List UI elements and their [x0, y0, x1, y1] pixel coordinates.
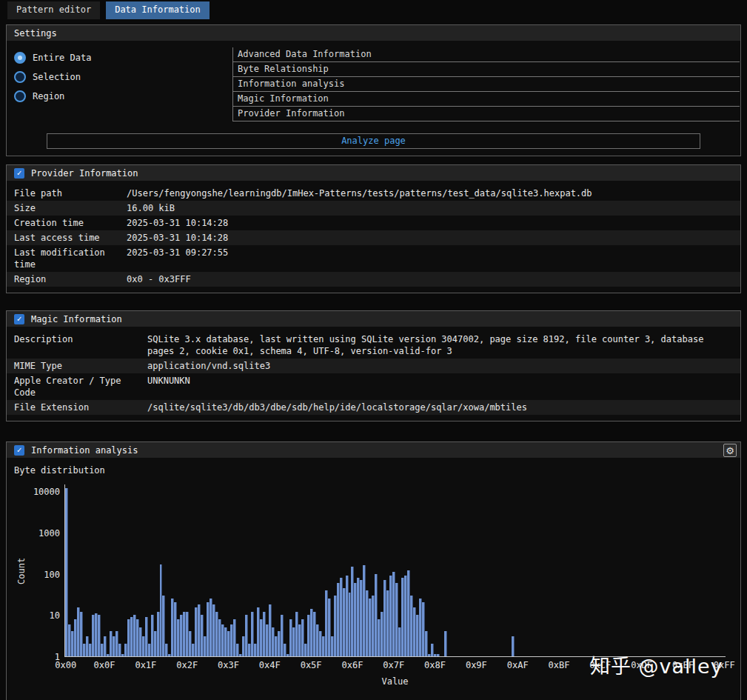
row-label: MIME Type [7, 360, 147, 372]
table-row: MIME Type application/vnd.sqlite3 [7, 359, 740, 373]
chart-plot-column: 0x000x0F0x1F0x2F0x3F0x4F0x5F0x6F0x7F0x8F… [64, 484, 726, 687]
table-row: Region 0x0 - 0x3FFF [7, 272, 740, 287]
information-analysis-title: Information analysis [31, 445, 138, 456]
byte-distribution-chart: Count 110100100010000 0x000x0F0x1F0x2F0x… [14, 484, 733, 687]
chart-bar [512, 636, 515, 656]
radio-entire-data-label: Entire Data [33, 53, 91, 63]
radio-unselected-icon [14, 90, 26, 102]
table-row: Creation time 2025-03-31 10:14:28 [7, 216, 740, 230]
chart-x-tick-label: 0x00 [55, 660, 76, 670]
information-analysis-body: Byte distribution Count 110100100010000 … [7, 458, 740, 700]
chart-x-tick-label: 0xBF [549, 660, 570, 670]
analyzer-item-byte-relationship[interactable]: Byte Relationship [233, 62, 740, 77]
table-row: Apple Creator / Type Code UNKNUNKN [7, 373, 740, 400]
analyzer-item-magic-information[interactable]: Magic Information [233, 92, 740, 107]
chart-bar [425, 631, 428, 656]
imhex-data-information-view: Pattern editor Data Information Settings… [0, 0, 747, 700]
analyzer-item-advanced-data-information[interactable]: Advanced Data Information [233, 47, 740, 62]
radio-region[interactable]: Region [14, 87, 232, 106]
chart-x-tick-label: 0x7F [383, 660, 404, 670]
chart-x-tick-label: 0x5F [301, 660, 322, 670]
table-row: Last modification time 2025-03-31 09:27:… [7, 245, 740, 272]
analyze-page-button[interactable]: Analyze page [47, 133, 700, 149]
information-analysis-panel: ✓ Information analysis ⚙ Byte distributi… [6, 441, 741, 700]
chart-y-tick-label: 1000 [38, 528, 60, 539]
chart-x-tick-label: 0xAF [507, 660, 529, 670]
check-icon: ✓ [17, 169, 22, 177]
chart-x-tick-label: 0x8F [424, 660, 446, 670]
provider-information-checkbox[interactable]: ✓ [14, 168, 24, 179]
magic-information-panel: ✓ Magic Information Description SQLite 3… [6, 310, 741, 421]
analyzer-item-provider-information[interactable]: Provider Information [233, 107, 740, 121]
row-label: Description [7, 333, 147, 345]
settings-panel: Settings Entire Data Selection Region Ad… [6, 24, 741, 156]
table-row: File Extension /sqlite/sqlite3/db/db3/db… [7, 400, 740, 415]
magic-information-header: ✓ Magic Information [7, 311, 740, 327]
row-value: application/vnd.sqlite3 [147, 360, 740, 372]
chart-x-tick-label: 0xEF [672, 660, 694, 670]
row-label: File path [7, 187, 127, 199]
row-value: 0x0 - 0x3FFF [127, 273, 740, 285]
radio-region-label: Region [33, 91, 64, 101]
gear-icon: ⚙ [726, 445, 734, 456]
magic-information-title: Magic Information [31, 314, 122, 324]
provider-information-header: ✓ Provider Information [7, 165, 740, 181]
row-value: SQLite 3.x database, last written using … [147, 333, 740, 357]
chart-x-tick-label: 0x9F [466, 660, 487, 670]
settings-body: Entire Data Selection Region Advanced Da… [7, 41, 740, 121]
row-value: 2025-03-31 10:14:28 [127, 217, 740, 229]
chart-bar [437, 654, 440, 656]
chart-x-tick-label: 0x4F [259, 660, 281, 670]
row-value: 2025-03-31 10:14:28 [127, 232, 740, 244]
chart-bar [444, 631, 447, 656]
analyzer-list: Advanced Data Information Byte Relations… [232, 47, 740, 121]
magic-information-checkbox[interactable]: ✓ [14, 314, 24, 324]
scope-radio-group: Entire Data Selection Region [14, 47, 232, 121]
row-label: Last access time [7, 232, 127, 244]
radio-unselected-icon [14, 71, 26, 83]
information-analysis-checkbox[interactable]: ✓ [14, 445, 24, 456]
chart-x-tick-label: 0x3F [218, 660, 239, 670]
chart-y-tick-label: 100 [44, 570, 60, 580]
settings-header: Settings [7, 25, 740, 41]
row-label: Apple Creator / Type Code [7, 375, 147, 399]
byte-distribution-label: Byte distribution [14, 465, 733, 476]
radio-selection[interactable]: Selection [14, 67, 232, 87]
radio-selected-icon [14, 52, 26, 64]
table-row: Last access time 2025-03-31 10:14:28 [7, 230, 740, 245]
table-row: File path /Users/fengyongshe/learningdb/… [7, 186, 740, 201]
chart-y-labels: 110100100010000 [29, 484, 64, 657]
provider-information-title: Provider Information [31, 168, 138, 179]
row-value: /Users/fengyongshe/learningdb/ImHex-Patt… [127, 187, 740, 199]
row-label: Last modification time [7, 247, 127, 270]
analyzer-item-information-analysis[interactable]: Information analysis [233, 77, 740, 92]
information-analysis-header: ✓ Information analysis ⚙ [7, 442, 740, 458]
provider-information-table: File path /Users/fengyongshe/learningdb/… [7, 181, 740, 293]
chart-bars [65, 484, 726, 656]
chart-x-tick-label: 0xDF [631, 660, 652, 670]
chart-x-tick-label: 0x0F [94, 660, 115, 670]
settings-title: Settings [14, 28, 57, 39]
row-label: Region [7, 273, 127, 285]
chart-x-tick-label: 0xCF [589, 660, 611, 670]
table-row: Size 16.00 kiB [7, 201, 740, 216]
tab-data-information[interactable]: Data Information [106, 1, 210, 19]
chart-x-tick-label: 0xFF [714, 660, 735, 670]
chart-y-tick-label: 10 [50, 610, 60, 621]
row-label: File Extension [7, 401, 147, 413]
analysis-settings-button[interactable]: ⚙ [723, 444, 737, 457]
tab-pattern-editor[interactable]: Pattern editor [7, 1, 100, 19]
row-label: Size [7, 202, 127, 214]
chart-x-tick-label: 0x1F [135, 660, 156, 670]
radio-entire-data[interactable]: Entire Data [14, 48, 232, 67]
chart-x-labels: 0x000x0F0x1F0x2F0x3F0x4F0x5F0x6F0x7F0x8F… [64, 660, 726, 671]
chart-x-tick-label: 0x6F [341, 660, 363, 670]
table-row: Description SQLite 3.x database, last wr… [7, 332, 740, 359]
row-value: 16.00 kiB [127, 202, 740, 214]
chart-x-axis-title: Value [64, 676, 726, 687]
row-label: Creation time [7, 217, 127, 229]
tab-bar: Pattern editor Data Information [0, 0, 747, 19]
chart-plot [64, 484, 726, 657]
row-value: 2025-03-31 09:27:55 [127, 247, 740, 259]
chart-y-tick-label: 10000 [33, 487, 60, 497]
